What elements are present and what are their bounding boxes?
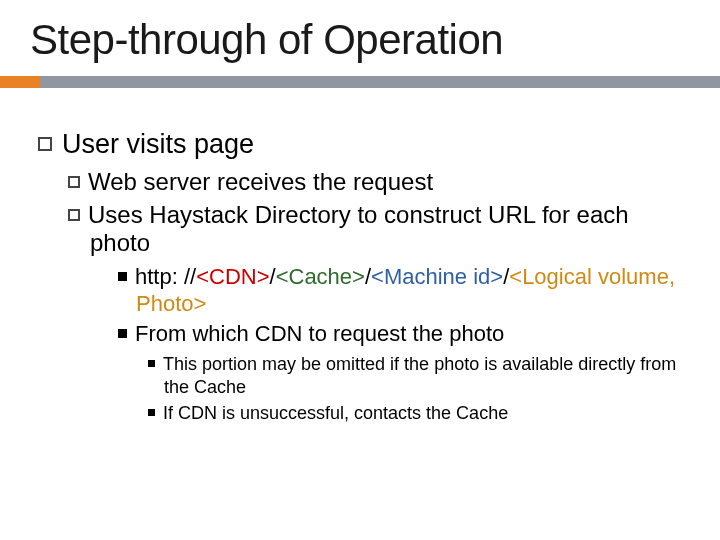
url-cdn: <CDN> — [196, 264, 269, 289]
square-open-bullet-icon — [38, 137, 52, 151]
url-machine: <Machine id> — [371, 264, 503, 289]
accent-bar-grey — [40, 76, 720, 88]
square-open-bullet-icon — [68, 209, 80, 221]
bullet-level-1: User visits page — [38, 128, 690, 162]
accent-bar-orange — [0, 76, 40, 88]
bullet-text: Web server receives the request — [88, 168, 433, 195]
bullet-level-2: Web server receives the request — [68, 168, 690, 197]
bullet-text: This portion may be omitted if the photo… — [163, 354, 676, 397]
bullet-text: Uses Haystack Directory to construct URL… — [88, 201, 629, 257]
bullet-text: From which CDN to request the photo — [135, 321, 504, 346]
square-filled-bullet-icon — [148, 409, 155, 416]
square-filled-bullet-icon — [148, 360, 155, 367]
level-2-group: Web server receives the request Uses Hay… — [68, 168, 690, 425]
bullet-level-3-url: http: //<CDN>/<Cache>/<Machine id>/<Logi… — [118, 264, 690, 317]
bullet-level-4: This portion may be omitted if the photo… — [148, 353, 690, 398]
url-prefix: http: // — [135, 264, 196, 289]
slide-title: Step-through of Operation — [30, 16, 503, 64]
square-open-bullet-icon — [68, 176, 80, 188]
bullet-text: If CDN is unsuccessful, contacts the Cac… — [163, 403, 508, 423]
level-3-group: http: //<CDN>/<Cache>/<Machine id>/<Logi… — [118, 264, 690, 425]
bullet-text: User visits page — [62, 129, 254, 159]
bullet-level-2: Uses Haystack Directory to construct URL… — [68, 201, 690, 259]
bullet-level-3: From which CDN to request the photo — [118, 321, 690, 347]
square-filled-bullet-icon — [118, 329, 127, 338]
slide-content: User visits page Web server receives the… — [38, 128, 690, 429]
url-cache: <Cache> — [276, 264, 365, 289]
level-4-group: This portion may be omitted if the photo… — [148, 353, 690, 425]
slide: Step-through of Operation User visits pa… — [0, 0, 720, 540]
bullet-level-4: If CDN is unsuccessful, contacts the Cac… — [148, 402, 690, 425]
square-filled-bullet-icon — [118, 272, 127, 281]
